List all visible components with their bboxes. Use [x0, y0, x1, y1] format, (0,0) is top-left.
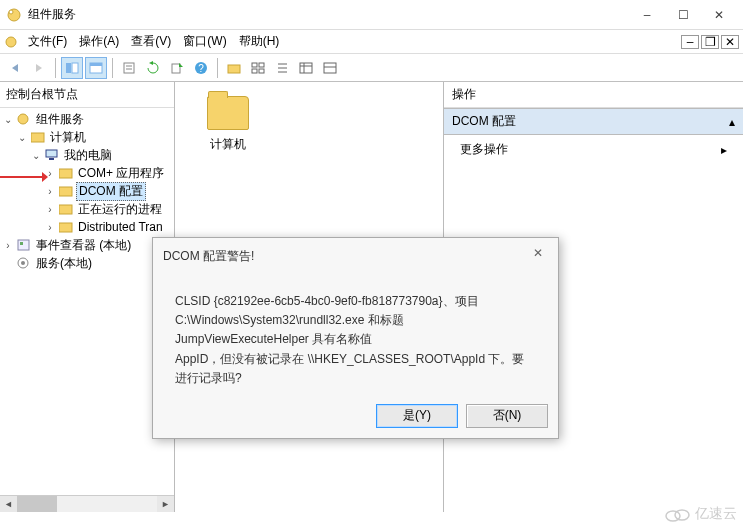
- menu-view[interactable]: 查看(V): [125, 31, 177, 52]
- tree-node-running-processes[interactable]: › 正在运行的进程: [0, 200, 174, 218]
- tree-pane: 控制台根节点 ⌄ 组件服务 ⌄ 计算机 ⌄ 我的电脑 › COM+ 应用程序: [0, 82, 175, 512]
- svg-point-37: [21, 261, 25, 265]
- dialog-actions: 是(Y) 否(N): [153, 398, 558, 438]
- tree[interactable]: ⌄ 组件服务 ⌄ 计算机 ⌄ 我的电脑 › COM+ 应用程序 ›: [0, 108, 174, 495]
- no-button[interactable]: 否(N): [466, 404, 548, 428]
- refresh-button[interactable]: [142, 57, 164, 79]
- svg-rect-15: [259, 63, 264, 67]
- dialog-body: CLSID {c82192ee-6cb5-4bc0-9ef0-fb8187737…: [153, 274, 558, 398]
- tree-node-services[interactable]: 服务(本地): [0, 254, 174, 272]
- tree-label: 事件查看器 (本地): [34, 237, 133, 254]
- event-viewer-icon: [17, 239, 31, 251]
- computer-icon: [45, 149, 59, 161]
- menu-action[interactable]: 操作(A): [73, 31, 125, 52]
- scroll-thumb[interactable]: [17, 496, 57, 512]
- svg-rect-31: [59, 187, 72, 196]
- tree-node-my-computer[interactable]: ⌄ 我的电脑: [0, 146, 174, 164]
- tree-scrollbar-h[interactable]: ◄ ►: [0, 495, 174, 512]
- svg-rect-33: [59, 223, 72, 232]
- svg-rect-14: [252, 63, 257, 67]
- folder-icon: [31, 131, 45, 143]
- workspace-restore-icon[interactable]: ❐: [701, 35, 719, 49]
- minimize-button[interactable]: –: [629, 2, 665, 28]
- dialog-title: DCOM 配置警告!: [163, 248, 528, 265]
- app-icon: [6, 7, 22, 23]
- svg-point-2: [6, 37, 16, 47]
- forward-button[interactable]: [28, 57, 50, 79]
- svg-rect-27: [31, 133, 44, 142]
- workspace-close-icon[interactable]: ✕: [721, 35, 739, 49]
- svg-point-1: [9, 10, 13, 14]
- dialog-text-line: C:\Windows\System32\rundll32.exe 和标题 Jum…: [175, 311, 536, 349]
- svg-rect-4: [72, 63, 78, 73]
- svg-rect-13: [228, 65, 240, 73]
- dialog-dcom-warning: DCOM 配置警告! ✕ CLSID {c82192ee-6cb5-4bc0-9…: [152, 237, 559, 439]
- watermark: 亿速云: [663, 505, 737, 523]
- maximize-button[interactable]: ☐: [665, 2, 701, 28]
- dialog-titlebar[interactable]: DCOM 配置警告! ✕: [153, 238, 558, 274]
- svg-rect-32: [59, 205, 72, 214]
- svg-rect-34: [18, 240, 29, 250]
- collapse-icon[interactable]: ⌄: [16, 132, 28, 143]
- tree-label: DCOM 配置: [76, 182, 146, 201]
- action-section[interactable]: DCOM 配置 ▴: [444, 108, 743, 135]
- toolbar-btn-2[interactable]: [85, 57, 107, 79]
- toolbar: ?: [0, 54, 743, 82]
- scroll-left-icon[interactable]: ◄: [0, 496, 17, 512]
- svg-rect-28: [46, 150, 57, 157]
- tree-label: 正在运行的进程: [76, 201, 164, 218]
- tree-header: 控制台根节点: [0, 82, 174, 108]
- svg-point-26: [18, 114, 28, 124]
- show-tree-button[interactable]: [61, 57, 83, 79]
- yes-button[interactable]: 是(Y): [376, 404, 458, 428]
- dialog-close-button[interactable]: ✕: [528, 246, 548, 266]
- svg-rect-29: [49, 158, 54, 160]
- view-folder-button[interactable]: [223, 57, 245, 79]
- collapse-icon[interactable]: ⌄: [2, 114, 14, 125]
- close-button[interactable]: ✕: [701, 2, 737, 28]
- tree-node-distributed-tran[interactable]: › Distributed Tran: [0, 218, 174, 236]
- menu-help[interactable]: 帮助(H): [233, 31, 286, 52]
- properties-button[interactable]: [118, 57, 140, 79]
- help-button[interactable]: ?: [190, 57, 212, 79]
- export-button[interactable]: [166, 57, 188, 79]
- svg-text:?: ?: [198, 63, 204, 74]
- tree-node-component-services[interactable]: ⌄ 组件服务: [0, 110, 174, 128]
- tree-label: 计算机: [48, 129, 88, 146]
- tree-node-computers[interactable]: ⌄ 计算机: [0, 128, 174, 146]
- view-tile-button[interactable]: [247, 57, 269, 79]
- tree-label: Distributed Tran: [76, 220, 165, 234]
- expand-icon[interactable]: ›: [44, 204, 56, 215]
- menu-file[interactable]: 文件(F): [22, 31, 73, 52]
- view-list-button[interactable]: [271, 57, 293, 79]
- collapse-icon[interactable]: ⌄: [30, 150, 42, 161]
- section-arrow-icon: ▴: [729, 115, 735, 129]
- svg-rect-6: [90, 63, 102, 66]
- workspace-min-icon[interactable]: –: [681, 35, 699, 49]
- svg-rect-35: [20, 242, 23, 245]
- view-detail2-button[interactable]: [319, 57, 341, 79]
- component-services-icon: [17, 113, 31, 125]
- svg-rect-3: [66, 63, 71, 73]
- annotation-arrow-icon: [0, 169, 48, 185]
- folder-icon: [59, 167, 73, 179]
- svg-rect-30: [59, 169, 72, 178]
- expand-icon[interactable]: ›: [44, 222, 56, 233]
- expand-icon[interactable]: ›: [44, 186, 56, 197]
- services-icon: [17, 257, 31, 269]
- action-section-label: DCOM 配置: [452, 113, 516, 130]
- menubar: 文件(F) 操作(A) 查看(V) 窗口(W) 帮助(H) – ❐ ✕: [0, 30, 743, 54]
- tree-label: 组件服务: [34, 111, 86, 128]
- svg-point-40: [675, 510, 689, 520]
- back-button[interactable]: [4, 57, 26, 79]
- svg-rect-10: [172, 64, 180, 73]
- expand-icon[interactable]: ›: [2, 240, 14, 251]
- menu-window[interactable]: 窗口(W): [177, 31, 232, 52]
- action-more-label: 更多操作: [460, 141, 508, 158]
- list-item[interactable]: 计算机: [193, 96, 263, 153]
- action-more[interactable]: 更多操作 ▸: [444, 135, 743, 164]
- tree-node-event-viewer[interactable]: › 事件查看器 (本地): [0, 236, 174, 254]
- svg-rect-16: [252, 69, 257, 73]
- scroll-right-icon[interactable]: ►: [157, 496, 174, 512]
- view-detail-button[interactable]: [295, 57, 317, 79]
